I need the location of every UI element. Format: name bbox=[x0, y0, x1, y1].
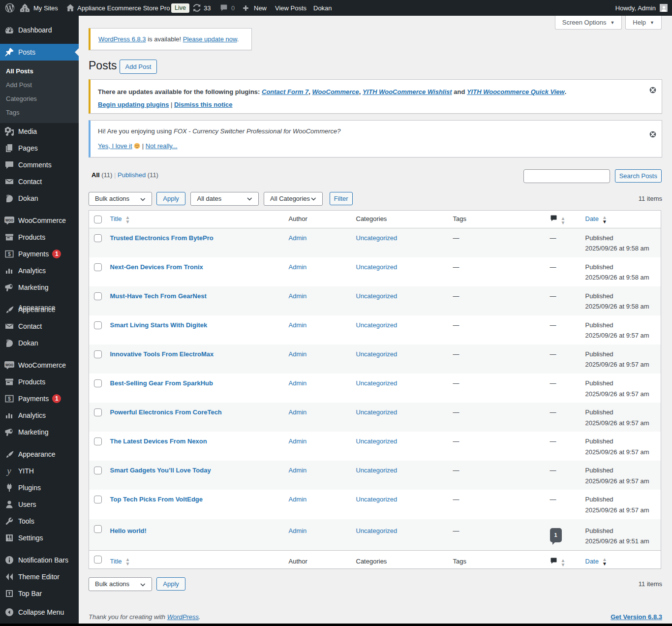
svg-text:WOO: WOO bbox=[5, 219, 13, 222]
svg-text:WOO: WOO bbox=[5, 363, 13, 367]
svg-text:$: $ bbox=[8, 251, 11, 257]
svg-text:$: $ bbox=[8, 396, 11, 402]
